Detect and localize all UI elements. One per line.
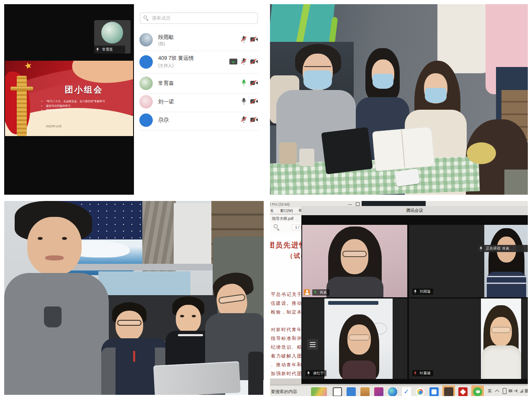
avatar (139, 55, 153, 69)
search-icon (144, 15, 149, 21)
participant-name: 刘一诺 (158, 98, 174, 106)
person-face (176, 305, 201, 333)
active-app-slot[interactable] (442, 386, 455, 396)
mic-muted-icon[interactable] (241, 116, 247, 123)
camera-off-icon[interactable] (250, 80, 258, 86)
person-face (27, 217, 82, 275)
menu-item[interactable]: 签名 (270, 209, 274, 214)
video-tile[interactable]: 谢红宁 (302, 299, 407, 379)
task-view-icon[interactable] (333, 387, 342, 396)
photos-app-icon[interactable] (429, 387, 439, 396)
participant-row[interactable]: 刘一诺 (134, 94, 264, 112)
thermos-shape (248, 352, 263, 395)
mic-muted-icon[interactable] (241, 58, 247, 65)
mic-muted-icon[interactable] (241, 36, 247, 43)
find-icon[interactable] (274, 224, 280, 231)
photo-dorm-group (4, 201, 264, 395)
display-icon[interactable] (509, 389, 512, 392)
person-body (342, 360, 376, 379)
file-explorer-icon[interactable] (360, 387, 370, 396)
photo-collage: ★ 团小组会 “学习二十大、永远跟党走、奋力新征程”专题学习 建团与共同规程学习… (0, 0, 532, 399)
person-eye (38, 237, 43, 240)
presentation-slide: ★ 团小组会 “学习二十大、永远跟党走、奋力新征程”专题学习 建团与共同规程学习… (5, 61, 133, 136)
participant-row[interactable]: 段雨歇 (我) (134, 32, 264, 51)
camera-off-icon[interactable] (250, 99, 258, 104)
self-video-thumbnail[interactable]: 常育喜 (94, 20, 131, 54)
network-icon[interactable] (519, 389, 523, 393)
avatar (101, 22, 123, 44)
mic-active-icon[interactable] (241, 80, 247, 86)
participant-name: 段雨歇 (158, 34, 174, 41)
tile-name: 刘雨璇 (420, 289, 431, 294)
taskbar-search-text[interactable]: 要搜索的内容 (271, 389, 297, 395)
tray-icon[interactable] (525, 389, 528, 393)
participant-tag: (我) (158, 41, 165, 47)
tencent-meeting-window: 腾讯会议 肖岚 (301, 206, 528, 384)
person-body-white-coat (482, 345, 521, 379)
sweater-patch-shape (44, 306, 62, 327)
menu-item[interactable]: 窗口(W) (280, 209, 293, 214)
maximize-button[interactable] (356, 202, 360, 206)
mic-active-icon (314, 291, 317, 295)
glasses-shape (491, 327, 511, 333)
participant-name: 尕尕 (158, 117, 169, 124)
tray-chevron-up-icon[interactable] (495, 389, 499, 393)
panel-meeting-screenshot: ★ 团小组会 “学习二十大、永远跟党走、奋力新征程”专题学习 建团与共同规程学习… (4, 4, 264, 195)
participant-tag: (主持人) (158, 63, 174, 69)
sidebar-toggle-icon[interactable] (307, 339, 318, 350)
search-input[interactable]: 搜索成员 (140, 13, 258, 24)
sleeve-shape (101, 348, 116, 395)
chrome-icon[interactable] (416, 387, 425, 396)
speaker-icon[interactable] (514, 389, 517, 393)
camera-off-icon[interactable] (250, 117, 258, 123)
mic-icon (96, 48, 99, 52)
face-mask-shape (425, 88, 447, 103)
video-tile[interactable]: 肖岚 (302, 225, 407, 297)
mail-icon[interactable] (347, 387, 356, 396)
face-mask-shape (373, 74, 393, 89)
person-mouth (45, 255, 64, 260)
slide-pillar-shape (10, 87, 33, 90)
participant-row[interactable]: 409 7班 黄远情 (主持人) (134, 53, 264, 74)
edge-icon[interactable] (388, 387, 397, 396)
participant-name-label: 叶晨璐 (412, 370, 433, 376)
ime-indicator[interactable]: 英 (488, 389, 492, 394)
person-eye (180, 315, 184, 317)
slide-pillar-shape (17, 76, 27, 136)
person-eye (192, 315, 196, 317)
slide-bullets: “学习二十大、永远跟党走、奋力新征程”专题学习 建团与共同规程学习 团员先进性自… (41, 99, 133, 113)
search-placeholder: 搜索成员 (152, 15, 170, 21)
battery-icon[interactable] (503, 388, 506, 394)
meeting-video-grid: 肖岚 刘雨璇 正在讲话: 肖岚 (301, 215, 528, 384)
host-person-icon (304, 289, 310, 295)
video-tile[interactable]: 刘雨璇 正在讲话: 肖岚 (409, 225, 528, 297)
meeting-window-titlebar: 腾讯会议 (301, 206, 528, 215)
participant-row[interactable]: 尕尕 (134, 112, 264, 131)
news-weather-icon[interactable] (311, 387, 327, 396)
cup-shape (279, 142, 297, 164)
screen-share-icon[interactable] (229, 59, 237, 64)
thumbnail-name: 常育喜 (102, 47, 113, 52)
mic-icon (307, 371, 310, 376)
person-body (326, 277, 383, 297)
wechat-app-slot[interactable] (471, 386, 484, 396)
mic-muted-icon (414, 371, 417, 376)
person-face (116, 311, 143, 341)
video-tile[interactable]: 叶晨璐 (409, 299, 528, 379)
participant-row[interactable]: 常育喜 (134, 75, 264, 94)
glasses-shape (342, 251, 367, 257)
pdf-tab-title: 指导大纲.pdf (272, 216, 293, 221)
tablet-shape (321, 127, 373, 175)
camera-off-icon[interactable] (250, 37, 258, 42)
thumbnail-name-bar: 常育喜 (94, 46, 125, 54)
slide-title: 团小组会 (45, 84, 123, 95)
mic-muted-icon[interactable] (241, 98, 247, 105)
office-icon[interactable] (374, 387, 383, 396)
camera-off-icon[interactable] (250, 59, 258, 64)
meeting-window-title: 腾讯会议 (406, 208, 423, 213)
acrobat-icon[interactable] (458, 387, 468, 396)
glasses-shape (349, 335, 370, 340)
laptop-shape (153, 361, 241, 395)
slide-date: 2022年12月 (46, 124, 62, 129)
checkmark-app-icon[interactable]: ✓ (402, 387, 411, 396)
